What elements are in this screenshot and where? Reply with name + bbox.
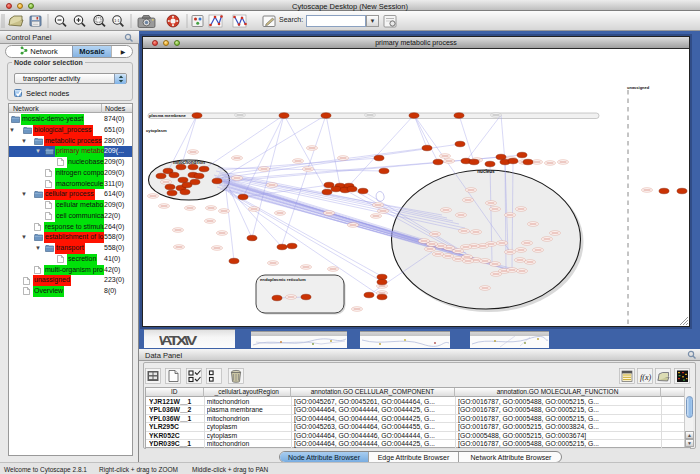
svg-text:plasma membrane: plasma membrane bbox=[149, 113, 186, 118]
svg-text:mitochondrion: mitochondrion bbox=[173, 160, 205, 165]
svg-text:nucleus: nucleus bbox=[477, 169, 495, 174]
svg-text:cytoplasm: cytoplasm bbox=[146, 128, 167, 133]
svg-text:f(x): f(x) bbox=[640, 373, 651, 382]
svg-text:endoplasmic reticulum: endoplasmic reticulum bbox=[260, 277, 306, 282]
svg-text:1:1: 1:1 bbox=[114, 19, 119, 23]
svg-text:unassigned: unassigned bbox=[627, 85, 650, 90]
